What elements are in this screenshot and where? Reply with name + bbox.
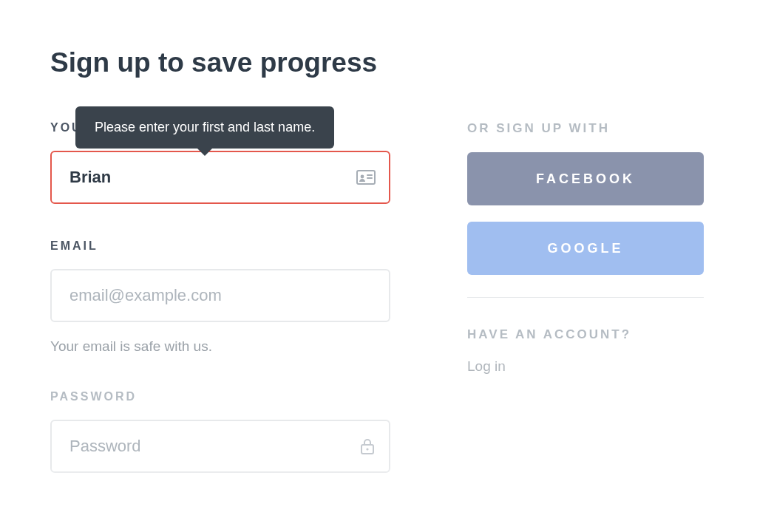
google-button[interactable]: GOOGLE (467, 222, 704, 275)
password-input[interactable] (50, 420, 390, 473)
svg-point-1 (361, 175, 364, 179)
email-helper-text: Your email is safe with us. (50, 338, 390, 355)
svg-rect-0 (357, 171, 375, 184)
id-card-icon (356, 170, 376, 185)
email-input-row (50, 269, 390, 322)
divider (467, 297, 704, 298)
email-field-block: EMAIL Your email is safe with us. (50, 239, 390, 355)
facebook-button[interactable]: FACEBOOK (467, 152, 704, 205)
svg-rect-2 (367, 174, 373, 176)
password-input-row (50, 420, 390, 473)
social-label: OR SIGN UP WITH (467, 121, 704, 136)
name-input[interactable] (50, 151, 390, 204)
name-input-row: Please enter your first and last name. (50, 151, 390, 204)
name-error-tooltip: Please enter your first and last name. (75, 106, 334, 149)
page-title: Sign up to save progress (50, 47, 707, 78)
email-label: EMAIL (50, 239, 390, 253)
login-link[interactable]: Log in (467, 358, 506, 374)
password-field-block: PASSWORD (50, 390, 390, 473)
have-account-label: HAVE AN ACCOUNT? (467, 327, 704, 342)
name-field-block: YOUR NAME Please enter your first and la… (50, 121, 390, 204)
svg-point-5 (366, 448, 368, 450)
lock-icon (359, 437, 376, 455)
bottom-fade (0, 466, 757, 532)
svg-rect-3 (367, 177, 373, 179)
password-label: PASSWORD (50, 390, 390, 403)
email-input[interactable] (50, 269, 390, 322)
